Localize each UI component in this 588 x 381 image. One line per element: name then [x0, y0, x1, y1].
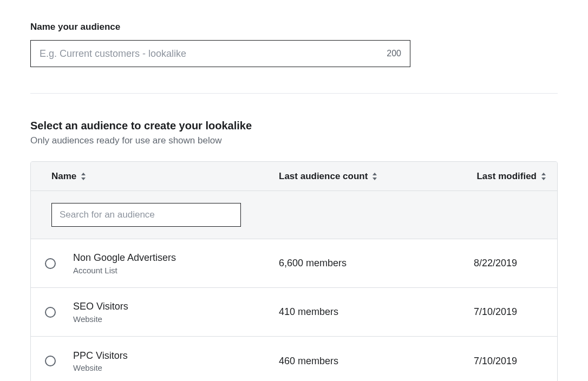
- name-input-container[interactable]: 200: [30, 40, 410, 67]
- name-audience-section: Name your audience 200: [30, 22, 558, 67]
- radio-button[interactable]: [45, 356, 56, 366]
- sort-icon: [372, 173, 377, 180]
- sort-icon: [81, 173, 86, 180]
- char-count: 200: [387, 49, 401, 58]
- divider: [30, 93, 558, 94]
- table-row[interactable]: SEO Visitors Website 410 members 7/10/20…: [31, 288, 557, 337]
- search-input[interactable]: [51, 203, 241, 227]
- audience-type: Website: [73, 314, 279, 324]
- audience-type: Website: [73, 363, 279, 372]
- column-header-name-label: Name: [51, 171, 76, 182]
- audience-name: SEO Visitors: [73, 300, 279, 313]
- radio-cell: [45, 356, 73, 366]
- audience-name: PPC Visitors: [73, 350, 279, 362]
- column-header-count-label: Last audience count: [279, 171, 368, 182]
- select-heading: Select an audience to create your lookal…: [30, 120, 558, 132]
- audience-type: Account List: [73, 266, 279, 275]
- sort-icon: [541, 173, 546, 180]
- radio-button[interactable]: [45, 258, 56, 269]
- audience-name: Non Google Advertisers: [73, 252, 279, 264]
- table-row[interactable]: PPC Visitors Website 460 members 7/10/20…: [31, 337, 557, 381]
- table-row[interactable]: Non Google Advertisers Account List 6,60…: [31, 239, 557, 288]
- modified-cell: 7/10/2019: [447, 356, 546, 367]
- select-subheading: Only audiences ready for use are shown b…: [30, 135, 558, 146]
- select-audience-section: Select an audience to create your lookal…: [30, 120, 558, 381]
- radio-cell: [45, 258, 73, 269]
- name-cell: PPC Visitors Website: [73, 350, 279, 372]
- radio-button[interactable]: [45, 307, 56, 318]
- search-row: [31, 191, 557, 239]
- count-cell: 460 members: [279, 356, 447, 367]
- column-header-modified[interactable]: Last modified: [447, 171, 546, 182]
- column-header-modified-label: Last modified: [476, 171, 537, 182]
- name-cell: SEO Visitors Website: [73, 300, 279, 323]
- count-cell: 6,600 members: [279, 258, 447, 269]
- column-header-name[interactable]: Name: [51, 171, 279, 182]
- table-header-row: Name Last audience count Last modified: [31, 162, 557, 191]
- modified-cell: 8/22/2019: [447, 258, 546, 269]
- modified-cell: 7/10/2019: [447, 306, 546, 318]
- count-cell: 410 members: [279, 306, 447, 318]
- radio-cell: [45, 307, 73, 318]
- audience-name-input[interactable]: [40, 48, 381, 60]
- audience-table: Name Last audience count Last modified: [30, 161, 558, 381]
- name-cell: Non Google Advertisers Account List: [73, 252, 279, 274]
- name-audience-label: Name your audience: [30, 22, 558, 32]
- column-header-count[interactable]: Last audience count: [279, 171, 447, 182]
